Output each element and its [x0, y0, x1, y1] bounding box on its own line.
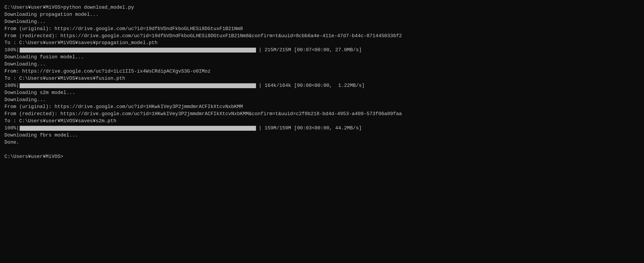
progress-bar — [20, 48, 256, 52]
terminal-line: C:\Users¥user¥MiVOS>python download_mode… — [4, 4, 640, 11]
terminal-line: Downloading... — [4, 96, 640, 104]
progress-label: 100%| — [4, 82, 19, 89]
progress-bar-fill — [20, 126, 256, 131]
terminal-window: C:\Users¥user¥MiVOS>python download_mode… — [4, 4, 640, 160]
progress-stats: | 215M/215M [00:07<00:00, 27.0MB/s] — [259, 46, 362, 54]
progress-stats: | 164k/164k [00:00<00:00, 1.22MB/s] — [259, 82, 364, 89]
terminal-line: To : C:\Users¥user¥MiVOS¥saves¥fusion.pt… — [4, 75, 640, 82]
terminal-line: Downloading fusion model... — [4, 54, 640, 61]
terminal-line: Downloading... — [4, 61, 640, 68]
terminal-line: Downloading... — [4, 18, 640, 25]
terminal-line: Done. — [4, 139, 640, 146]
terminal-line: From (uriginal): https://drive.google.co… — [4, 25, 640, 32]
terminal-line: From (uriginal): https://drive.google.co… — [4, 103, 640, 110]
terminal-line — [4, 146, 640, 153]
progress-bar-fill — [20, 48, 256, 52]
progress-row: 100%|| 215M/215M [00:07<00:00, 27.0MB/s] — [4, 46, 640, 54]
progress-stats: | 159M/159M [00:03<00:00, 44.2MB/s] — [259, 125, 362, 132]
progress-row: 100%|| 159M/159M [00:03<00:00, 44.2MB/s] — [4, 125, 640, 132]
progress-label: 100%| — [4, 125, 19, 132]
terminal-line: From (redirected): https://drive.google.… — [4, 110, 640, 118]
progress-row: 100%|| 164k/164k [00:00<00:00, 1.22MB/s] — [4, 82, 640, 89]
progress-bar — [20, 126, 256, 131]
progress-bar-fill — [20, 83, 256, 88]
progress-label: 100%| — [4, 46, 19, 54]
terminal-line: To : C:\Users¥user¥MiVOS¥saves¥s2m.pth — [4, 118, 640, 125]
terminal-line: Downloading propagation model... — [4, 11, 640, 18]
terminal-line: Downloading s2m model... — [4, 89, 640, 96]
terminal-line: Downloading fbrs model... — [4, 132, 640, 139]
terminal-line: C:\Users¥user¥MiVOS> — [4, 153, 640, 160]
progress-bar — [20, 83, 256, 88]
terminal-line: From (redirected): https://drive.google.… — [4, 32, 640, 40]
terminal-line: From: https://drive.google.com/uc?id=1Lc… — [4, 68, 640, 75]
terminal-line: To : C:\Users¥user¥MiVOS¥saves¥propagati… — [4, 39, 640, 46]
